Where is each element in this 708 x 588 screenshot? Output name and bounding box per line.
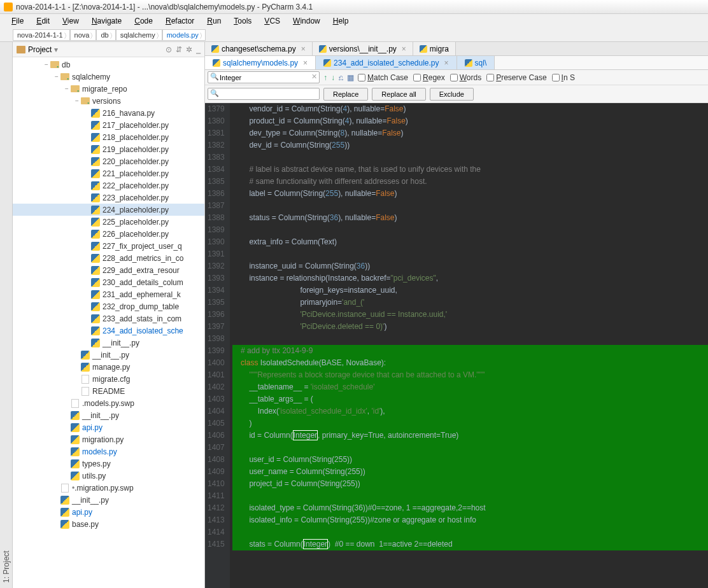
collapse-icon[interactable]: ⊙	[166, 45, 172, 54]
tree-item[interactable]: 227_fix_project_user_q	[13, 240, 204, 252]
code-line[interactable]: vendor_id = Column(String(4), nullable=F…	[232, 103, 708, 115]
code-body[interactable]: vendor_id = Column(String(4), nullable=F…	[230, 103, 708, 588]
code-line[interactable]: 'PciDevice.instance_uuid == Instance.uui…	[232, 309, 708, 321]
tree-item[interactable]: 216_havana.py	[13, 107, 204, 119]
tree-toggle-icon[interactable]: −	[53, 73, 60, 80]
tree-item[interactable]: 233_add_stats_in_com	[13, 312, 204, 325]
code-line[interactable]: __tablename__ = 'isolated_schedule'	[232, 381, 708, 393]
code-line[interactable]: project_id = Column(String(255))	[232, 478, 708, 490]
code-line[interactable]	[232, 248, 708, 260]
breadcrumb-item[interactable]: nova	[70, 29, 97, 41]
tree-item[interactable]: __init__.py	[13, 337, 204, 349]
code-line[interactable]	[232, 490, 708, 502]
tree-item[interactable]: 234_add_isolated_sche	[13, 325, 204, 337]
tree-item[interactable]: api.py	[13, 506, 204, 518]
replace-input[interactable]	[208, 88, 320, 100]
tree-item[interactable]: __init__.py	[13, 494, 204, 506]
tree-item[interactable]: models.py	[13, 445, 204, 458]
clear-icon[interactable]: ✕	[311, 73, 317, 81]
tree-item[interactable]: 226_placeholder.py	[13, 228, 204, 240]
tree-item[interactable]: 217_placeholder.py	[13, 119, 204, 131]
tree-item[interactable]: base.py	[13, 518, 204, 530]
tree-item[interactable]: 219_placeholder.py	[13, 143, 204, 155]
search-option[interactable]: In S	[552, 73, 575, 82]
tree-item[interactable]: types.py	[13, 458, 204, 470]
checkbox[interactable]	[552, 74, 560, 81]
exclude-button[interactable]: Exclude	[430, 88, 474, 101]
code-line[interactable]: instance = relationship(Instance, backre…	[232, 272, 708, 284]
breadcrumb-item[interactable]: db	[96, 29, 115, 41]
menu-help[interactable]: Help	[328, 15, 354, 27]
next-match-icon[interactable]: ↓	[331, 73, 335, 82]
tree-item[interactable]: 228_add_metrics_in_co	[13, 252, 204, 264]
breadcrumb-item[interactable]: models.py	[162, 29, 206, 41]
scroll-icon[interactable]: ⇵	[176, 45, 182, 54]
tree-item[interactable]: utils.py	[13, 470, 204, 482]
code-line[interactable]: primaryjoin='and_('	[232, 297, 708, 309]
tree-item[interactable]: −migrate_repo	[13, 83, 204, 95]
select-all-icon[interactable]: ▦	[347, 73, 354, 82]
checkbox[interactable]	[413, 74, 421, 81]
tree-item[interactable]: api.py	[13, 421, 204, 433]
menu-run[interactable]: Run	[202, 15, 226, 27]
search-option[interactable]: Match Case	[358, 73, 408, 82]
code-line[interactable]	[232, 442, 708, 454]
code-line[interactable]: """Represents a block storage device tha…	[232, 369, 708, 381]
tree-item[interactable]: __init__.py	[13, 409, 204, 421]
menu-vcs[interactable]: VCS	[259, 15, 285, 27]
code-line[interactable]: # label is abstract device name, that is…	[232, 164, 708, 176]
tree-item[interactable]: 222_placeholder.py	[13, 179, 204, 192]
replace-button[interactable]: Replace	[323, 88, 368, 101]
code-line[interactable]	[232, 200, 708, 212]
hide-icon[interactable]: ⎯	[196, 45, 201, 54]
editor-tab[interactable]: versions\__init__.py×	[313, 42, 413, 55]
menu-navigate[interactable]: Navigate	[87, 15, 127, 27]
close-icon[interactable]: ×	[301, 45, 306, 53]
close-icon[interactable]: ×	[402, 45, 406, 53]
code-line[interactable]: id = Column(Integer, primary_key=True, a…	[232, 430, 708, 442]
code-line[interactable]: dev_id = Column(String(255))	[232, 139, 708, 151]
code-line[interactable]: user_name = Column(String(255))	[232, 466, 708, 478]
code-line[interactable]: extra_info = Column(Text)	[232, 236, 708, 248]
tree-item[interactable]: • .migration.py.swp	[13, 482, 204, 494]
tree-item[interactable]: 231_add_ephemeral_k	[13, 288, 204, 300]
rail-tab[interactable]: 1: Project	[1, 48, 12, 588]
tree-toggle-icon[interactable]: −	[43, 61, 50, 68]
code-line[interactable]: status = Column(String(36), nullable=Fal…	[232, 212, 708, 224]
tree-item[interactable]: −sqlalchemy	[13, 71, 204, 83]
code-line[interactable]: __table_args__ = (	[232, 393, 708, 405]
close-icon[interactable]: ×	[444, 59, 449, 67]
code-line[interactable]: Index('isolated_schedule_id_idx', 'id'),	[232, 405, 708, 417]
breadcrumb-item[interactable]: nova-2014-1-1	[13, 29, 70, 41]
tree-item[interactable]: migrate.cfg	[13, 373, 204, 385]
code-line[interactable]: dev_type = Column(String(8), nullable=Fa…	[232, 127, 708, 139]
code-editor[interactable]: 1379138013811382138313841385138613871388…	[205, 103, 708, 588]
filter-icon[interactable]: ⎌	[339, 73, 343, 82]
code-line[interactable]: product_id = Column(String(4), nullable=…	[232, 115, 708, 127]
tree-toggle-icon[interactable]: −	[74, 97, 80, 104]
code-line[interactable]: isolated_info = Column(String(255))#zone…	[232, 514, 708, 526]
code-line[interactable]	[232, 526, 708, 538]
editor-tab[interactable]: sqlalchemy\models.py×	[205, 56, 316, 69]
menu-refactor[interactable]: Refactor	[160, 15, 199, 27]
editor-tab[interactable]: changeset\schema.py×	[205, 42, 313, 55]
tree-item[interactable]: 218_placeholder.py	[13, 131, 204, 143]
menu-window[interactable]: Window	[288, 15, 325, 27]
checkbox[interactable]	[358, 74, 365, 81]
editor-tab[interactable]: migra	[413, 42, 456, 55]
close-icon[interactable]: ×	[303, 59, 308, 67]
replace-all-button[interactable]: Replace all	[372, 88, 425, 101]
code-line[interactable]: )	[232, 417, 708, 430]
code-line[interactable]: user_id = Column(String(255))	[232, 454, 708, 466]
tree-item[interactable]: −db	[13, 59, 204, 71]
code-line[interactable]: instance_uuid = Column(String(36))	[232, 260, 708, 272]
code-line[interactable]	[232, 151, 708, 164]
editor-tab[interactable]: 234_add_isolated_schedule.py×	[316, 56, 457, 69]
tree-item[interactable]: 224_placeholder.py	[13, 204, 204, 216]
tree-item[interactable]: 223_placeholder.py	[13, 192, 204, 204]
menu-code[interactable]: Code	[129, 15, 158, 27]
menu-edit[interactable]: Edit	[31, 15, 55, 27]
menu-view[interactable]: View	[57, 15, 84, 27]
search-option[interactable]: Regex	[413, 73, 445, 82]
search-input[interactable]	[208, 71, 320, 83]
